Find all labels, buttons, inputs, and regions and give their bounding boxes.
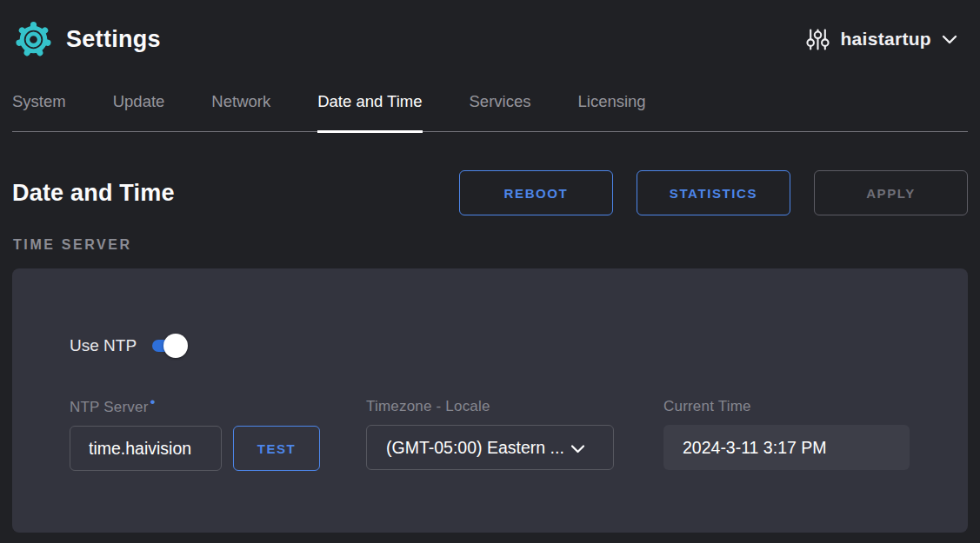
chevron-down-icon: [942, 34, 957, 44]
tab-licensing[interactable]: Licensing: [577, 92, 645, 131]
current-time-field: Current Time 2024-3-11 3:17 PM: [663, 398, 910, 471]
app-header: Settings haistartup: [0, 0, 980, 78]
timezone-field: Timezone - Locale (GMT-05:00) Eastern ..…: [366, 398, 614, 471]
page-title: Date and Time: [12, 180, 459, 207]
time-server-section-title: TIME SERVER: [13, 237, 967, 253]
toggle-knob: [163, 334, 188, 358]
ntp-server-input[interactable]: [70, 426, 222, 471]
timezone-selected-value: (GMT-05:00) Eastern ...: [386, 438, 564, 458]
settings-tabbar: System Update Network Date and Time Serv…: [12, 78, 968, 132]
fields-row: NTP Server• TEST Timezone - Locale (GMT-…: [70, 398, 933, 471]
reboot-button[interactable]: REBOOT: [459, 170, 613, 215]
sliders-icon: [806, 28, 830, 51]
timezone-select[interactable]: (GMT-05:00) Eastern ...: [366, 425, 614, 470]
app-title: Settings: [66, 26, 161, 53]
ntp-server-field: NTP Server• TEST: [70, 398, 320, 471]
user-name: haistartup: [840, 29, 931, 50]
apply-button[interactable]: APPLY: [814, 170, 968, 215]
page-title-row: Date and Time REBOOT STATISTICS APPLY: [12, 170, 968, 215]
tab-system[interactable]: System: [12, 92, 66, 131]
required-dot: •: [150, 394, 156, 410]
use-ntp-label: Use NTP: [70, 336, 137, 355]
tab-date-and-time[interactable]: Date and Time: [317, 92, 422, 131]
use-ntp-toggle[interactable]: [152, 340, 187, 352]
test-button[interactable]: TEST: [233, 426, 320, 471]
tab-network[interactable]: Network: [211, 92, 270, 131]
app-brand: Settings: [12, 18, 161, 61]
timezone-label: Timezone - Locale: [366, 398, 614, 415]
current-time-value: 2024-3-11 3:17 PM: [663, 425, 910, 470]
tab-services[interactable]: Services: [470, 92, 531, 131]
chevron-down-icon: [564, 438, 585, 458]
ntp-server-label: NTP Server•: [70, 398, 320, 416]
time-server-card: Use NTP NTP Server• TEST Timezone - Loca…: [12, 268, 968, 533]
statistics-button[interactable]: STATISTICS: [637, 170, 790, 215]
gear-icon: [12, 18, 55, 61]
use-ntp-row: Use NTP: [70, 336, 933, 355]
current-time-label: Current Time: [663, 398, 910, 415]
user-menu-button[interactable]: haistartup: [806, 28, 957, 51]
tab-update[interactable]: Update: [113, 92, 165, 131]
